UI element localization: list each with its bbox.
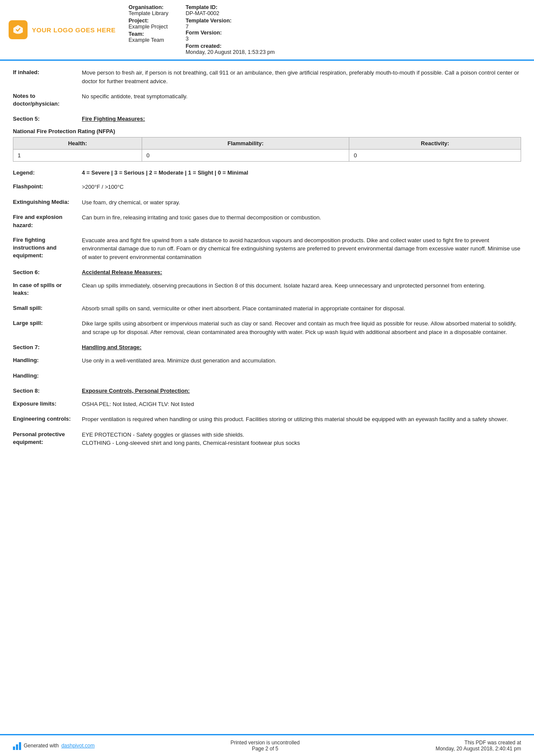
label-engineering: Engineering controls: [13,415,82,424]
field-row-handling1: Handling: Use only in a well-ventilated … [13,353,521,369]
template-version-value: 7 [186,24,275,30]
section5-row: Section 5: Fire Fighting Measures: [13,111,521,125]
label-fire-explosion: Fire and explosion hazard: [13,213,82,229]
value-small-spill: Absorb small spills on sand, vermiculite… [82,304,521,313]
logo-section: YOUR LOGO GOES HERE [9,4,116,55]
form-created-value: Monday, 20 August 2018, 1:53:23 pm [186,49,275,55]
team-value: Example Team [129,37,168,43]
section8-label: Section 8: [13,387,82,394]
footer-link[interactable]: dashpivot.com [61,743,94,749]
field-row-spills: In case of spills or leaks: Clean up spi… [13,278,521,300]
section8-title: Exposure Controls, Personal Protection: [82,387,190,394]
value-handling1: Use only in a well-ventilated area. Mini… [82,356,521,365]
value-fire-explosion: Can burn in fire, releasing irritating a… [82,213,521,229]
label-spills: In case of spills or leaks: [13,281,82,297]
nfpa-val-reactivity: 0 [349,150,521,162]
org-line: Organisation: Template Library [129,4,168,16]
footer-generated-text: Generated with [24,743,59,749]
field-row-engineering: Engineering controls: Proper ventilation… [13,412,521,427]
value-flashpoint: >200°F / >100°C [82,183,521,191]
footer-page: Page 2 of 5 [230,746,300,752]
footer: Generated with dashpivot.com Printed ver… [0,734,534,756]
logo-text: YOUR LOGO GOES HERE [32,26,116,34]
nfpa-header-row: Health: Flammability: Reactivity: [13,137,521,150]
footer-left: Generated with dashpivot.com [13,741,95,750]
section6-title: Accidental Release Measures: [82,269,162,275]
meta-col-right: Template ID: DP-MAT-0002 Template Versio… [186,4,275,55]
form-version-value: 3 [186,36,275,42]
label-large-spill: Large spill: [13,319,82,336]
template-id-label: Template ID: [186,4,275,10]
field-row-fire-explosion: Fire and explosion hazard: Can burn in f… [13,210,521,232]
label-handling2: Handling: [13,372,82,380]
field-row-ppe: Personal protective equipment: EYE PROTE… [13,427,521,451]
value-handling2 [82,372,521,380]
header: YOUR LOGO GOES HERE Organisation: Templa… [0,0,534,61]
content: If inhaled: Move person to fresh air, if… [0,61,534,734]
value-notes: No specific antidote, treat symptomatica… [82,92,521,108]
project-value: Example Project [129,24,168,30]
meta-col-left: Organisation: Template Library Project: … [129,4,168,55]
form-created-line: Form created: Monday, 20 August 2018, 1:… [186,43,275,55]
page: YOUR LOGO GOES HERE Organisation: Templa… [0,0,534,756]
section8-row: Section 8: Exposure Controls, Personal P… [13,383,521,397]
value-ppe: EYE PROTECTION - Safety goggles or glass… [82,431,521,447]
nfpa-col-reactivity: Reactivity: [349,137,521,150]
footer-bars-icon [13,741,21,750]
value-large-spill: Dike large spills using absorbent or imp… [82,319,521,336]
value-spills: Clean up spills immediately, observing p… [82,281,521,297]
form-version-label: Form Version: [186,30,275,36]
project-line: Project: Example Project [129,18,168,30]
bar3 [19,742,21,750]
org-label: Organisation: [129,4,168,10]
legend-label: Legend: [13,169,82,176]
value-extinguishing: Use foam, dry chemical, or water spray. [82,198,521,207]
nfpa-heading: National Fire Protection Rating (NFPA) [13,128,521,134]
section5-label: Section 5: [13,116,82,122]
legend-row: Legend: 4 = Severe | 3 = Serious | 2 = M… [13,166,521,179]
label-small-spill: Small spill: [13,304,82,313]
section5-title: Fire Fighting Measures: [82,116,145,122]
version-line: Template Version: 7 Form Version: 3 [186,18,275,42]
section7-title: Handling and Storage: [82,344,142,350]
team-line: Team: Example Team [129,31,168,43]
section7-label: Section 7: [13,344,82,350]
nfpa-col-health: Health: [13,137,142,150]
field-row-exposure-limits: Exposure limits: OSHA PEL: Not listed, A… [13,397,521,412]
ppe-line2: CLOTHING - Long-sleeved shirt and long p… [82,439,521,447]
label-fire-fighting: Fire fighting instructions and equipment… [13,236,82,262]
field-row-extinguishing: Extinguishing Media: Use foam, dry chemi… [13,195,521,210]
label-flashpoint: Flashpoint: [13,183,82,191]
value-engineering: Proper ventilation is required when hand… [82,415,521,424]
label-exposure-limits: Exposure limits: [13,400,82,409]
label-inhaled: If inhaled: [13,69,82,85]
header-meta: Organisation: Template Library Project: … [129,4,521,55]
footer-uncontrolled: Printed version is uncontrolled [230,740,300,746]
field-row-small-spill: Small spill: Absorb small spills on sand… [13,301,521,316]
label-extinguishing: Extinguishing Media: [13,198,82,207]
template-id-value: DP-MAT-0002 [186,10,275,16]
field-row-notes: Notes to doctor/physician: No specific a… [13,89,521,111]
legend-value: 4 = Severe | 3 = Serious | 2 = Moderate … [82,169,248,176]
bar2 [16,744,18,750]
footer-pdf-date: Monday, 20 August 2018, 2:40:41 pm [435,746,521,752]
nfpa-val-health: 1 [13,150,142,162]
nfpa-val-flammability: 0 [142,150,349,162]
field-row-inhaled: If inhaled: Move person to fresh air, if… [13,65,521,89]
label-ppe: Personal protective equipment: [13,431,82,447]
template-version-label: Template Version: [186,18,275,24]
bar1 [13,747,15,750]
logo-icon [9,20,28,39]
field-row-large-spill: Large spill: Dike large spills using abs… [13,316,521,340]
section6-label: Section 6: [13,269,82,275]
team-label: Team: [129,31,168,37]
label-handling1: Handling: [13,356,82,365]
footer-right: This PDF was created at Monday, 20 Augus… [435,740,521,752]
ppe-line1: EYE PROTECTION - Safety goggles or glass… [82,431,521,439]
value-exposure-limits: OSHA PEL: Not listed, ACIGH TLV: Not lis… [82,400,521,409]
nfpa-values-row: 1 0 0 [13,150,521,162]
org-value: Template Library [129,10,168,16]
field-row-fire-fighting: Fire fighting instructions and equipment… [13,233,521,265]
section7-row: Section 7: Handling and Storage: [13,340,521,353]
nfpa-table: Health: Flammability: Reactivity: 1 0 0 [13,137,521,162]
